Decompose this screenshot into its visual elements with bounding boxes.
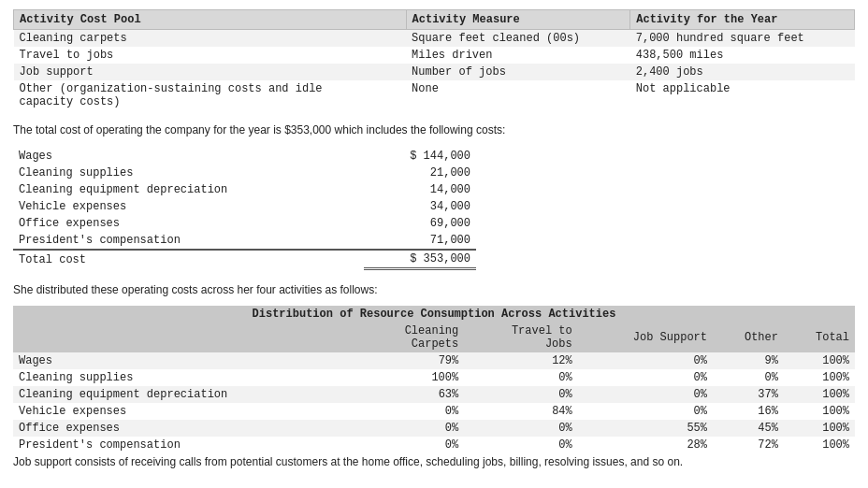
dist-cleaning: 79% [361,352,464,369]
activity-cell: Not applicable [630,80,855,110]
intro-paragraph: The total cost of operating the company … [13,123,855,136]
dist-cleaning: 0% [361,420,464,437]
measure-cell: Number of jobs [406,64,630,80]
dist-total: 100% [784,386,855,403]
pool-cell: Travel to jobs [14,47,407,64]
dist-total: 100% [784,420,855,437]
dist-row-equipment-depreciation: Cleaning equipment depreciation 63% 0% 0… [13,386,855,403]
distribution-title-row: Distribution of Resource Consumption Acr… [13,306,855,323]
activity-for-year-header: Activity for the Year [630,10,855,30]
cost-row-vehicle: Vehicle expenses 34,000 [13,198,476,215]
dist-total: 100% [784,403,855,420]
distribution-title: Distribution of Resource Consumption Acr… [13,306,855,323]
cost-value: 34,000 [364,198,476,215]
dist-total: 100% [784,437,855,453]
dist-cleaning: 100% [361,369,464,386]
cost-breakdown-table: Wages $ 144,000 Cleaning supplies 21,000… [13,148,476,270]
dist-col-job-support: Job Support [578,323,713,352]
cost-label: Cleaning supplies [13,165,364,181]
activity-measure-header: Activity Measure [406,10,630,30]
dist-cleaning: 0% [361,437,464,453]
dist-label: Wages [13,352,361,369]
dist-label: Office expenses [13,420,361,437]
dist-travel: 0% [464,386,578,403]
measure-cell: Miles driven [406,47,630,64]
cost-value: 69,000 [364,215,476,232]
distribution-paragraph: She distributed these operating costs ac… [13,283,855,296]
dist-row-president: President's compensation 0% 0% 28% 72% 1… [13,437,855,453]
dist-job-support: 0% [578,369,713,386]
dist-col-total: Total [784,323,855,352]
dist-job-support: 0% [578,386,713,403]
pool-cell: Job support [14,64,407,80]
cost-value: 71,000 [364,232,476,250]
dist-row-cleaning-supplies: Cleaning supplies 100% 0% 0% 0% 100% [13,369,855,386]
dist-total: 100% [784,352,855,369]
dist-cleaning: 0% [361,403,464,420]
dist-other: 72% [713,437,784,453]
dist-label: Cleaning supplies [13,369,361,386]
dist-other: 45% [713,420,784,437]
dist-other: 0% [713,369,784,386]
cost-label: Wages [13,148,364,165]
pool-cell: Other (organization-sustaining costs and… [14,80,407,110]
dist-col-travel: Travel toJobs [464,323,578,352]
cost-row-wages: Wages $ 144,000 [13,148,476,165]
dist-total: 100% [784,369,855,386]
dist-label: Cleaning equipment depreciation [13,386,361,403]
dist-col-cleaning: CleaningCarpets [361,323,464,352]
activity-cell: 2,400 jobs [630,64,855,80]
dist-row-wages: Wages 79% 12% 0% 9% 100% [13,352,855,369]
cost-row-equipment-depreciation: Cleaning equipment depreciation 14,000 [13,181,476,198]
distribution-col-header-row: CleaningCarpets Travel toJobs Job Suppor… [13,323,855,352]
cost-value: 21,000 [364,165,476,181]
footer-paragraph: Job support consists of receiving calls … [13,453,855,470]
measure-cell: Square feet cleaned (00s) [406,30,630,48]
cost-row-office: Office expenses 69,000 [13,215,476,232]
dist-cleaning: 63% [361,386,464,403]
dist-row-office: Office expenses 0% 0% 55% 45% 100% [13,420,855,437]
cost-row-president: President's compensation 71,000 [13,232,476,250]
table-row: Job support Number of jobs 2,400 jobs [14,64,855,80]
cost-label: Total cost [13,250,364,269]
activity-cell: 438,500 miles [630,47,855,64]
dist-label: President's compensation [13,437,361,453]
pool-cell: Cleaning carpets [14,30,407,48]
cost-label: Office expenses [13,215,364,232]
dist-other: 9% [713,352,784,369]
dist-other: 37% [713,386,784,403]
dist-job-support: 55% [578,420,713,437]
table-row: Other (organization-sustaining costs and… [14,80,855,110]
cost-value: $ 144,000 [364,148,476,165]
dist-other: 16% [713,403,784,420]
measure-cell: None [406,80,630,110]
cost-label: Vehicle expenses [13,198,364,215]
cost-value: 14,000 [364,181,476,198]
activity-cost-pool-table: Activity Cost Pool Activity Measure Acti… [13,9,855,110]
dist-travel: 0% [464,369,578,386]
dist-travel: 12% [464,352,578,369]
cost-label: Cleaning equipment depreciation [13,181,364,198]
activity-cell: 7,000 hundred square feet [630,30,855,48]
activity-cost-pool-header: Activity Cost Pool [14,10,407,30]
distribution-table: Distribution of Resource Consumption Acr… [13,306,855,453]
dist-label: Vehicle expenses [13,403,361,420]
table-row: Cleaning carpets Square feet cleaned (00… [14,30,855,48]
dist-col-empty [13,323,361,352]
cost-row-cleaning-supplies: Cleaning supplies 21,000 [13,165,476,181]
cost-row-total: Total cost $ 353,000 [13,250,476,269]
dist-travel: 0% [464,437,578,453]
dist-col-other: Other [713,323,784,352]
dist-travel: 84% [464,403,578,420]
cost-label: President's compensation [13,232,364,250]
dist-travel: 0% [464,420,578,437]
cost-value: $ 353,000 [364,250,476,269]
dist-job-support: 0% [578,403,713,420]
dist-job-support: 28% [578,437,713,453]
table-row: Travel to jobs Miles driven 438,500 mile… [14,47,855,64]
dist-row-vehicle: Vehicle expenses 0% 84% 0% 16% 100% [13,403,855,420]
dist-job-support: 0% [578,352,713,369]
